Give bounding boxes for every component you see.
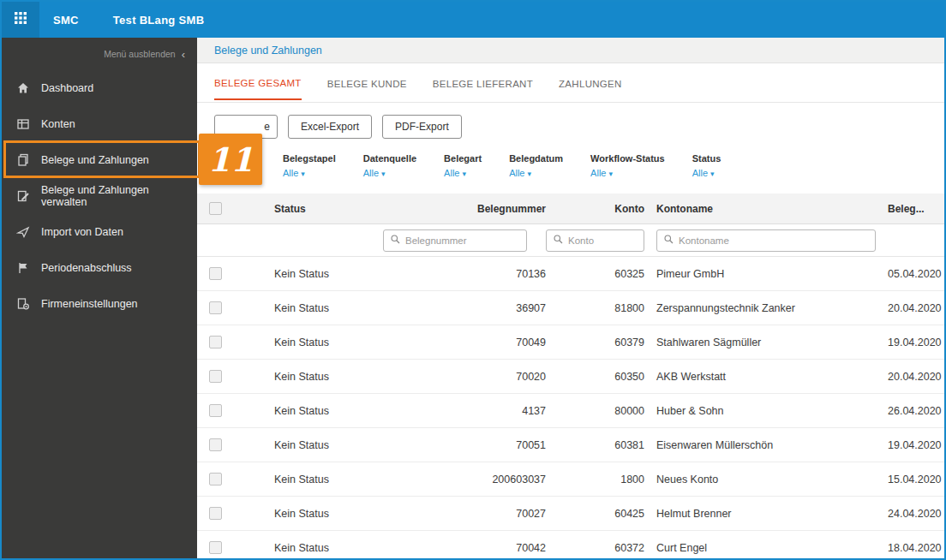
cell-belegnummer: 70051 xyxy=(383,439,546,451)
company-name[interactable]: Test BLang SMB xyxy=(113,14,205,27)
tab-belege-gesamt[interactable]: BELEGE GESAMT xyxy=(214,66,302,100)
filter-label: Workflow-Status xyxy=(590,153,665,164)
select-all-checkbox[interactable] xyxy=(209,202,222,215)
table-header-row: Status Belegnummer Konto Kontoname Beleg… xyxy=(197,194,944,224)
filter-workflow-status: Workflow-Status Alle▾ xyxy=(590,153,665,194)
table-row[interactable]: Kein Status 70027 60425 Helmut Brenner 2… xyxy=(197,497,944,531)
header-status[interactable]: Status xyxy=(267,203,383,215)
documents-table: Status Belegnummer Konto Kontoname Beleg… xyxy=(197,194,944,558)
table-row[interactable]: Kein Status 70136 60325 Pimeur GmbH 05.0… xyxy=(197,257,944,291)
cell-kontoname: Helmut Brenner xyxy=(644,508,876,520)
table-row[interactable]: Kein Status 70051 60381 Eisenwaren Mülle… xyxy=(197,428,944,462)
filter-label: Belegstapel xyxy=(283,153,336,164)
pdf-export-button[interactable]: PDF-Export xyxy=(382,115,462,139)
search-konto xyxy=(546,229,644,252)
cell-kontoname: AKB Werkstatt xyxy=(644,371,876,383)
tab-zahlungen[interactable]: ZAHLUNGEN xyxy=(559,67,622,99)
table-row[interactable]: Kein Status 4137 80000 Huber & Sohn 26.0… xyxy=(197,394,944,428)
sidebar-item-belege-verwalten[interactable]: Belege und Zahlungen verwalten xyxy=(2,178,197,214)
tab-belege-lieferant[interactable]: BELEGE LIEFERANT xyxy=(433,67,533,99)
row-checkbox[interactable] xyxy=(209,370,222,383)
table-row[interactable]: Kein Status 200603037 1800 Neues Konto 1… xyxy=(197,462,944,497)
cell-kontoname: Pimeur GmbH xyxy=(644,268,876,280)
sidebar-item-import[interactable]: Import von Daten xyxy=(2,214,197,250)
cell-kontoname: Zerspannungstechnik Zanker xyxy=(644,302,876,314)
cell-status: Kein Status xyxy=(267,474,383,486)
sidebar-item-belege-und-zahlungen[interactable]: Belege und Zahlungen xyxy=(2,142,197,178)
search-belegnummer-input[interactable] xyxy=(405,235,520,246)
cell-belegdatum: 24.04.2020 xyxy=(876,508,944,520)
cell-status: Kein Status xyxy=(267,405,383,417)
row-checkbox[interactable] xyxy=(209,301,222,314)
filter-label: Datenquelle xyxy=(363,153,416,164)
cell-konto: 60350 xyxy=(546,371,644,383)
table-row[interactable]: Kein Status 70049 60379 Stahlwaren Sägmü… xyxy=(197,325,944,360)
row-checkbox[interactable] xyxy=(209,473,222,486)
cell-belegnummer: 70020 xyxy=(383,371,546,383)
filter-dropdown[interactable]: Alle▾ xyxy=(363,168,416,178)
cell-konto: 60325 xyxy=(546,268,644,280)
table-row[interactable]: Kein Status 70042 60372 Curt Engel 18.04… xyxy=(197,531,944,560)
table-row[interactable]: Kein Status 36907 81800 Zerspannungstech… xyxy=(197,291,944,325)
tab-belege-kunde[interactable]: BELEGE KUNDE xyxy=(327,67,407,99)
header-konto[interactable]: Konto xyxy=(546,203,644,215)
filter-label: Status xyxy=(692,153,721,164)
header-belegnummer[interactable]: Belegnummer xyxy=(383,203,546,215)
cell-status: Kein Status xyxy=(267,302,383,314)
cell-konto: 60381 xyxy=(546,439,644,451)
search-icon xyxy=(663,234,674,247)
cell-belegdatum: 15.04.2020 xyxy=(876,474,944,486)
content-area: Belege und Zahlungen BELEGE GESAMT BELEG… xyxy=(197,38,944,558)
cell-konto: 1800 xyxy=(546,474,644,486)
caret-down-icon: ▾ xyxy=(301,170,305,178)
cell-belegnummer: 70042 xyxy=(383,542,546,554)
excel-export-button[interactable]: Excel-Export xyxy=(288,115,372,139)
row-checkbox[interactable] xyxy=(209,507,222,520)
cell-kontoname: Huber & Sohn xyxy=(644,405,876,417)
cell-belegnummer: 70049 xyxy=(383,337,546,349)
row-checkbox[interactable] xyxy=(209,404,222,417)
breadcrumb: Belege und Zahlungen xyxy=(214,45,322,57)
row-checkbox[interactable] xyxy=(209,267,222,280)
header-kontoname[interactable]: Kontoname xyxy=(644,203,876,215)
row-checkbox[interactable] xyxy=(209,438,222,451)
header-belegdatum[interactable]: Beleg... xyxy=(876,203,944,215)
app-launcher-button[interactable] xyxy=(2,2,39,38)
cell-kontoname: Curt Engel xyxy=(644,542,876,554)
cell-belegdatum: 20.04.2020 xyxy=(876,371,944,383)
search-kontoname xyxy=(656,229,876,252)
row-checkbox[interactable] xyxy=(209,541,222,554)
search-kontoname-input[interactable] xyxy=(679,235,869,246)
filter-label: Belegart xyxy=(444,153,482,164)
row-checkbox[interactable] xyxy=(209,336,222,349)
documents-icon xyxy=(16,153,30,167)
cell-konto: 81800 xyxy=(546,302,644,314)
sidebar-item-dashboard[interactable]: Dashboard xyxy=(2,70,197,106)
filter-dropdown[interactable]: Alle▾ xyxy=(590,168,665,178)
sidebar-item-periodenabschluss[interactable]: Periodenabschluss xyxy=(2,250,197,286)
filter-datenquelle: Datenquelle Alle▾ xyxy=(363,153,416,194)
hide-menu-button[interactable]: Menü ausblenden ‹ xyxy=(2,38,197,70)
grid-icon xyxy=(14,11,27,28)
partially-hidden-button[interactable]: e xyxy=(214,115,278,139)
filter-dropdown[interactable]: Alle▾ xyxy=(509,168,563,178)
search-icon xyxy=(390,234,401,247)
filter-bar: Belegstapel Alle▾ Datenquelle Alle▾ Bele… xyxy=(197,142,944,194)
sidebar-item-label: Firmeneinstellungen xyxy=(41,298,138,310)
table-row[interactable]: Kein Status 70020 60350 AKB Werkstatt 20… xyxy=(197,360,944,394)
cell-status: Kein Status xyxy=(267,439,383,451)
document-edit-icon xyxy=(16,189,30,203)
sidebar-item-firmeneinstellungen[interactable]: Firmeneinstellungen xyxy=(2,286,197,322)
home-icon xyxy=(16,81,30,95)
breadcrumb-bar: Belege und Zahlungen xyxy=(197,38,944,63)
search-konto-input[interactable] xyxy=(568,235,638,246)
sidebar: Menü ausblenden ‹ Dashboard Konten xyxy=(2,38,197,558)
filter-belegart: Belegart Alle▾ xyxy=(444,153,482,194)
sidebar-item-konten[interactable]: Konten xyxy=(2,106,197,142)
filter-dropdown[interactable]: Alle▾ xyxy=(444,168,482,178)
filter-dropdown[interactable]: Alle▾ xyxy=(283,168,336,178)
toolbar: e Excel-Export PDF-Export xyxy=(197,103,944,142)
cell-belegnummer: 4137 xyxy=(383,405,546,417)
filter-dropdown[interactable]: Alle▾ xyxy=(692,168,721,178)
cell-belegdatum: 26.04.2020 xyxy=(876,405,944,417)
